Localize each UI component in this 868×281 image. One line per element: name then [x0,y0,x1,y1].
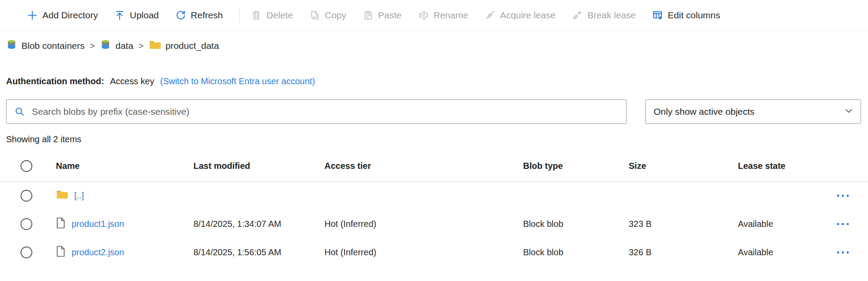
refresh-label: Refresh [191,10,223,21]
more-options-icon[interactable] [837,251,868,254]
header-access-tier[interactable]: Access tier [324,161,523,171]
header-lease-state[interactable]: Lease state [738,161,825,171]
blob-container-browser: Add Directory Upload Refresh Delete [0,0,868,281]
cell-blob-type: Block blob [523,219,629,229]
delete-button[interactable]: Delete [251,10,293,21]
edit-columns-label: Edit columns [668,10,720,21]
cell-lease-state: Available [738,247,825,257]
add-directory-button[interactable]: Add Directory [27,10,98,21]
select-all-radio[interactable] [21,160,32,172]
upload-button[interactable]: Upload [114,10,159,21]
blob-name-link[interactable]: product2.json [72,247,124,257]
folder-icon [149,40,161,52]
breadcrumb-label: Blob containers [21,41,85,51]
toolbar-separator [239,8,240,23]
breadcrumb-data[interactable]: data [100,39,133,52]
file-icon [56,217,65,231]
breadcrumb-blob-containers[interactable]: Blob containers [6,39,85,52]
blob-name-link[interactable]: [..] [74,191,84,201]
add-directory-label: Add Directory [42,10,98,21]
acquire-lease-label: Acquire lease [500,10,555,21]
delete-label: Delete [266,10,293,21]
search-filter-row: Only show active objects [6,99,868,124]
search-box [6,99,627,124]
toolbar: Add Directory Upload Refresh Delete [0,0,868,31]
table-header-row: Name Last modified Access tier Blob type… [0,151,868,182]
edit-columns-button[interactable]: Edit columns [652,10,720,21]
file-icon [56,246,65,259]
edit-columns-icon [652,10,663,21]
copy-label: Copy [325,10,346,21]
more-options-icon[interactable] [837,195,868,197]
blob-table: Name Last modified Access tier Blob type… [0,151,868,267]
paste-icon [363,10,373,21]
rename-icon [418,10,429,21]
table-row-parent-folder: [..] [0,182,868,210]
breadcrumb-separator: > [90,41,95,51]
row-select-radio[interactable] [21,190,32,202]
switch-auth-link[interactable]: (Switch to Microsoft Entra user account) [160,76,315,86]
dropdown-selected-value: Only show active objects [654,106,754,117]
refresh-button[interactable]: Refresh [176,10,223,21]
cell-last-modified: 8/14/2025, 1:56:05 AM [193,247,324,257]
search-input[interactable] [31,106,626,117]
copy-icon [310,10,320,21]
folder-icon [56,189,68,202]
cell-blob-type: Block blob [523,247,629,257]
rename-label: Rename [434,10,468,21]
cell-last-modified: 8/14/2025, 1:34:07 AM [193,219,324,229]
more-options-icon[interactable] [837,223,868,225]
paste-label: Paste [378,10,402,21]
breadcrumb: Blob containers > data > product_data [6,38,868,54]
copy-button[interactable]: Copy [310,10,346,21]
chevron-down-icon [844,106,854,118]
header-blob-type[interactable]: Blob type [523,161,629,171]
items-count-summary: Showing all 2 items [6,134,868,144]
breadcrumb-label: data [115,41,133,51]
acquire-lease-button[interactable]: Acquire lease [485,10,555,21]
table-row-product2: product2.json 8/14/2025, 1:56:05 AM Hot … [0,238,868,267]
break-lease-icon [572,10,582,21]
authentication-method-line: Authentication method: Access key (Switc… [6,76,868,86]
cell-access-tier: Hot (Inferred) [324,247,523,257]
upload-icon [114,10,125,21]
active-objects-dropdown[interactable]: Only show active objects [645,99,861,124]
rename-button[interactable]: Rename [418,10,468,21]
lease-icon [485,10,495,21]
header-name[interactable]: Name [56,161,193,171]
blob-container-icon [6,39,17,52]
paste-button[interactable]: Paste [363,10,402,21]
add-icon [27,10,38,21]
cell-lease-state: Available [738,219,825,229]
auth-method-value: Access key [110,76,154,86]
breadcrumb-label: product_data [165,41,219,51]
blob-container-icon [100,39,111,52]
auth-method-label: Authentication method: [6,76,104,86]
table-row-product1: product1.json 8/14/2025, 1:34:07 AM Hot … [0,210,868,238]
cell-size: 323 B [629,219,738,229]
refresh-icon [176,10,186,21]
header-last-modified[interactable]: Last modified [193,161,324,171]
trash-icon [251,10,262,21]
cell-size: 326 B [629,247,738,257]
row-select-radio[interactable] [21,218,32,230]
breadcrumb-product-data[interactable]: product_data [149,40,219,52]
break-lease-label: Break lease [587,10,636,21]
breadcrumb-separator: > [138,41,144,51]
table-body: [..] product1.json 8/14/2025, 1:34: [0,182,868,267]
break-lease-button[interactable]: Break lease [572,10,636,21]
header-size[interactable]: Size [629,161,738,171]
row-select-radio[interactable] [21,247,32,258]
upload-label: Upload [130,10,159,21]
search-icon [14,106,25,117]
blob-name-link[interactable]: product1.json [72,219,124,229]
cell-access-tier: Hot (Inferred) [324,219,523,229]
